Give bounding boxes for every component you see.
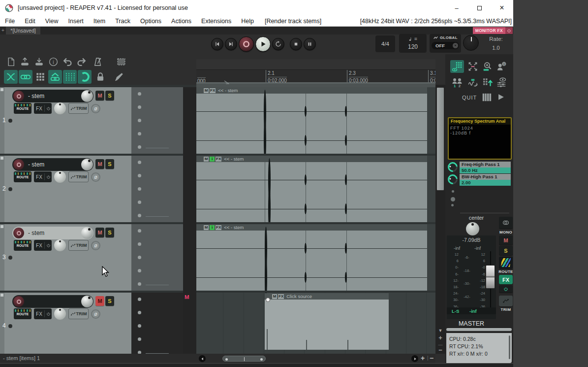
io-info-button[interactable]: i <box>495 60 508 73</box>
track-fx-button[interactable]: FX <box>34 103 52 114</box>
track-name-input[interactable]: - stem <box>28 93 81 100</box>
track-solo-button[interactable]: S <box>105 228 114 237</box>
metronome-button[interactable] <box>93 57 103 67</box>
project-tab[interactable]: *[Unsaved] <box>6 27 40 34</box>
item-mute-button[interactable]: M <box>204 225 209 230</box>
ripple-edit-toggle[interactable] <box>33 70 47 84</box>
media-item-header[interactable]: MiFX<< - stem <box>196 156 427 162</box>
marquee-select-button[interactable] <box>116 57 126 67</box>
track-phase-button[interactable]: ø <box>91 104 100 113</box>
horizontal-scrollbar[interactable] <box>222 356 266 362</box>
snap-to-grid-toggle[interactable] <box>63 70 77 84</box>
arrange-lane-track-2[interactable]: MiFX<< - stem <box>196 156 435 224</box>
menu-options[interactable]: Options <box>135 17 166 26</box>
draw-mode-toggle[interactable] <box>112 70 126 84</box>
track-volume-knob[interactable] <box>81 227 93 239</box>
maximize-button[interactable] <box>468 0 491 16</box>
zoom-out-vertical-button[interactable]: − <box>435 346 445 354</box>
zoom-fit-button[interactable] <box>466 60 480 73</box>
record-arm-button[interactable] <box>13 91 24 101</box>
track-trim-button[interactable]: TRIM <box>68 308 89 319</box>
item-fx-button[interactable]: FX <box>210 88 216 93</box>
track-folder-icon[interactable] <box>0 157 3 160</box>
lock-toggle[interactable] <box>93 70 107 84</box>
track-panel-2[interactable]: - stemMSROUTEFXTRIMø2 <box>0 156 131 224</box>
track-name-row[interactable] <box>12 295 93 308</box>
record-arm-button[interactable] <box>13 296 24 307</box>
rate-value[interactable]: 1.0 <box>481 45 511 51</box>
media-item-header[interactable]: MiFX<< - stem <box>196 224 427 231</box>
zoom-in-horizontal-button[interactable]: + <box>421 354 425 362</box>
track-fx-button[interactable]: FX <box>34 171 52 182</box>
track-trim-button[interactable]: TRIM <box>68 171 89 182</box>
track-phase-button[interactable]: ø <box>91 172 100 182</box>
close-button[interactable]: × <box>491 0 513 16</box>
open-project-button[interactable] <box>20 57 30 67</box>
audio-device-status[interactable]: [48kHz 24bit WAV : 2/2ch 256spls ~5.3/5.… <box>360 18 513 25</box>
item-mute-button[interactable]: M <box>272 294 277 299</box>
grid-up-button[interactable] <box>481 76 495 89</box>
arrange-lane-track-3[interactable]: MiFX<< - stem <box>196 224 435 293</box>
track-phase-button[interactable]: ø <box>91 309 100 319</box>
track-pan-knob[interactable] <box>54 239 66 251</box>
spectrum-title[interactable]: Frequency Spectrum Anal <box>449 118 511 125</box>
menu-track[interactable]: Track <box>110 17 135 26</box>
global-automation-mode[interactable]: OFF <box>432 42 459 49</box>
master-track-label[interactable]: MASTER <box>447 320 496 327</box>
master-solo-button[interactable]: S <box>499 246 513 255</box>
track-panel-4[interactable]: MSROUTEFXTRIMø4 <box>0 293 131 354</box>
item-fx-button[interactable]: FX <box>216 225 221 230</box>
track-trim-button[interactable]: TRIM <box>68 240 89 251</box>
arrange-lane-track-4[interactable]: MFXClick source <box>196 293 435 354</box>
tempo-box[interactable]: = 120 <box>399 34 427 53</box>
track-folder-icon[interactable] <box>0 88 3 91</box>
transport-go-to-end-button[interactable] <box>225 38 237 50</box>
zoom-out-horizontal-button[interactable]: − <box>430 354 433 362</box>
track-folder-icon[interactable] <box>0 225 3 228</box>
track-phase-button[interactable]: ø <box>91 241 100 250</box>
wave-arrow-button[interactable] <box>466 76 480 89</box>
track-route-button[interactable]: ROUTE <box>14 171 31 182</box>
track-fx-button[interactable]: FX <box>34 308 52 319</box>
track-trim-button[interactable]: TRIM <box>68 103 89 114</box>
arrange-lane-track-1[interactable]: MFX<< - stem <box>196 87 435 156</box>
new-project-button[interactable] <box>6 57 16 67</box>
quit-button[interactable]: QUIT <box>462 95 477 100</box>
track-monitor-dot[interactable] <box>8 187 12 191</box>
master-meter[interactable]: -7.09dB -inf -inf 1260-6-12-18-24-30-36-… <box>447 235 496 319</box>
transport-stop-button[interactable] <box>290 38 302 50</box>
monitor-fx-button[interactable]: MONITOR FX <box>473 27 513 34</box>
master-route-button[interactable] <box>499 257 513 268</box>
empty-slot-knob[interactable] <box>451 197 455 201</box>
track-panel-3[interactable]: - stemMSROUTEFXTRIMø3 <box>0 224 131 293</box>
fx-power-icon[interactable] <box>45 106 52 111</box>
track-solo-button[interactable]: S <box>105 296 114 306</box>
track-pan-knob[interactable] <box>54 308 66 320</box>
item-grouping-toggle[interactable] <box>19 70 32 84</box>
redo-button[interactable] <box>77 57 87 67</box>
play-cursor-icon[interactable] <box>496 93 505 101</box>
fx-power-icon[interactable] <box>45 312 52 316</box>
record-arm-button[interactable] <box>13 159 24 170</box>
inputs-1-2-button[interactable]: 12 <box>450 76 464 89</box>
frequency-spectrum-analyzer[interactable]: Frequency Spectrum Anal FFT 1024 -120dB … <box>448 117 512 160</box>
global-automation-box[interactable]: GLOBAL OFF <box>430 34 461 53</box>
track-name-row[interactable]: - stem <box>12 90 93 102</box>
item-fade-handle[interactable] <box>266 298 270 302</box>
tcp-grip-track-4[interactable] <box>131 293 183 354</box>
eye-sliders-button[interactable] <box>495 76 508 89</box>
fx-param-value[interactable]: 50.0 Hz <box>460 167 511 173</box>
track-monitor-dot[interactable] <box>8 256 12 260</box>
fx-param-knob[interactable] <box>446 160 460 174</box>
media-item-header[interactable]: MFX<< - stem <box>196 87 427 94</box>
transport-repeat-button[interactable] <box>272 38 284 50</box>
transport-pause-button[interactable] <box>304 38 316 50</box>
vertical-scrollbar-thumb[interactable] <box>436 87 444 191</box>
track-volume-knob[interactable] <box>81 90 93 102</box>
scroll-down-icon[interactable]: ▼ <box>435 328 445 333</box>
relative-snap-toggle[interactable] <box>78 70 92 84</box>
menu-help[interactable]: Help <box>236 17 259 26</box>
track-name-row[interactable]: - stem <box>12 158 93 171</box>
media-item[interactable]: MiFX<< - stem <box>196 156 427 222</box>
track-mute-button[interactable]: M <box>95 91 104 100</box>
